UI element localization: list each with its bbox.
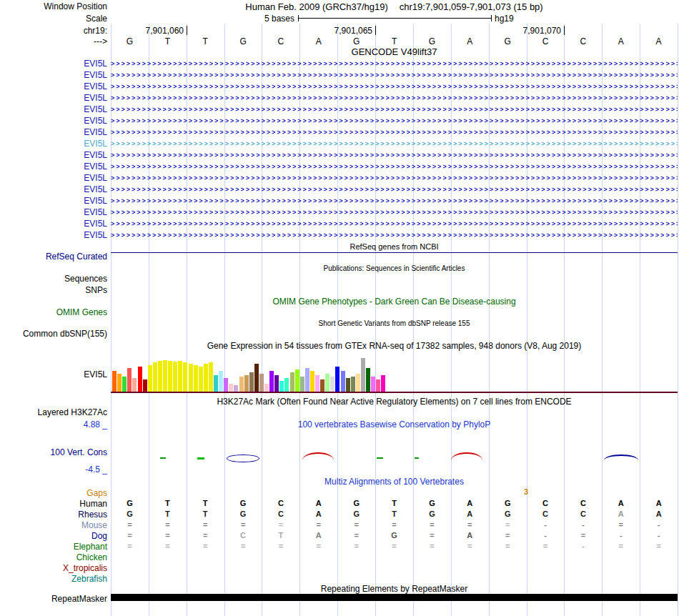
phylop-max-label: 4.88 _ xyxy=(0,419,107,429)
gencode-transcript-row[interactable]: >>>>>>>>>>>>>>>>>>>>>>>>>>>>>>>>>>>>>>>>… xyxy=(111,94,678,103)
alignment-cell: = xyxy=(337,531,375,540)
alignment-cell: C xyxy=(564,499,602,508)
gencode-gene-label[interactable]: EVI5L xyxy=(0,184,107,194)
gtex-tissue-bar xyxy=(320,379,324,392)
repeatmasker-label[interactable]: RepeatMasker xyxy=(0,594,107,604)
gencode-transcript-row[interactable]: >>>>>>>>>>>>>>>>>>>>>>>>>>>>>>>>>>>>>>>>… xyxy=(111,197,678,206)
publications-track-title[interactable]: Publications: Sequences in Scientific Ar… xyxy=(111,264,678,274)
gencode-transcript-row[interactable]: >>>>>>>>>>>>>>>>>>>>>>>>>>>>>>>>>>>>>>>>… xyxy=(111,59,678,69)
publications-sequences-label[interactable]: Sequences xyxy=(0,274,107,284)
window-position-bar: Human Feb. 2009 (GRCh37/hg19) chr19:7,90… xyxy=(111,1,678,12)
species-label-zebrafish[interactable]: Zebrafish xyxy=(0,574,107,584)
alignment-cell: C xyxy=(527,510,565,519)
species-label-human[interactable]: Human xyxy=(0,499,107,509)
gencode-gene-label[interactable]: EVI5L xyxy=(0,207,107,217)
gencode-gene-label[interactable]: EVI5L xyxy=(0,139,107,149)
snps-label[interactable]: SNPs xyxy=(0,285,107,295)
alignment-cell: G xyxy=(224,510,262,519)
gtex-tissue-bar xyxy=(168,361,172,392)
alignment-cell: T xyxy=(375,499,413,508)
gencode-gene-label[interactable]: EVI5L xyxy=(0,196,107,206)
gtex-tissue-bar xyxy=(178,361,182,392)
omim-genes-label[interactable]: OMIM Genes xyxy=(0,307,107,317)
gencode-transcript-row[interactable]: >>>>>>>>>>>>>>>>>>>>>>>>>>>>>>>>>>>>>>>>… xyxy=(111,71,678,80)
gencode-transcript-row[interactable]: >>>>>>>>>>>>>>>>>>>>>>>>>>>>>>>>>>>>>>>>… xyxy=(111,231,678,240)
gtex-tissue-bar xyxy=(224,378,228,392)
multiz-track-title[interactable]: Multiz Alignments of 100 Vertebrates xyxy=(111,477,678,487)
refseq-curated-label[interactable]: RefSeq Curated xyxy=(0,252,107,262)
gencode-gene-label[interactable]: EVI5L xyxy=(0,81,107,91)
gencode-gene-label[interactable]: EVI5L xyxy=(0,150,107,160)
species-label-rhesus[interactable]: Rhesus xyxy=(0,510,107,520)
alignment-cell: T xyxy=(149,510,187,519)
gtex-tissue-bar xyxy=(132,378,137,392)
alignment-cell: C xyxy=(262,499,299,508)
gencode-gene-label[interactable]: EVI5L xyxy=(0,219,107,229)
gencode-transcript-row[interactable]: >>>>>>>>>>>>>>>>>>>>>>>>>>>>>>>>>>>>>>>>… xyxy=(111,116,678,126)
gencode-gene-label[interactable]: EVI5L xyxy=(0,70,107,80)
refseq-track-title[interactable]: RefSeq genes from NCBI xyxy=(111,242,678,252)
dbsnp-label[interactable]: Common dbSNP(155) xyxy=(0,329,107,339)
gtex-tissue-bar xyxy=(239,377,244,392)
gencode-transcript-row[interactable]: >>>>>>>>>>>>>>>>>>>>>>>>>>>>>>>>>>>>>>>>… xyxy=(111,162,678,172)
alignment-cell: A xyxy=(299,499,337,508)
gencode-gene-label[interactable]: EVI5L xyxy=(0,230,107,240)
alignment-cell: - xyxy=(640,531,678,540)
gtex-tissue-bar xyxy=(183,362,187,392)
alignment-cell: T xyxy=(187,499,224,508)
gtex-tissue-bar xyxy=(173,362,177,392)
species-label-gaps[interactable]: Gaps xyxy=(0,488,107,498)
gtex-baseline xyxy=(111,392,678,393)
gencode-gene-label[interactable]: EVI5L xyxy=(0,116,107,126)
gencode-transcript-row[interactable]: >>>>>>>>>>>>>>>>>>>>>>>>>>>>>>>>>>>>>>>>… xyxy=(111,208,678,217)
gencode-gene-label[interactable]: EVI5L xyxy=(0,93,107,103)
gtex-tissue-bar xyxy=(371,377,375,392)
species-label-x_tropicalis[interactable]: X_tropicalis xyxy=(0,563,107,573)
guideline xyxy=(678,24,678,616)
phylop-track-title[interactable]: 100 vertebrates Basewise Conservation by… xyxy=(111,419,678,429)
gtex-expression-chart[interactable] xyxy=(112,358,392,392)
species-label-elephant[interactable]: Elephant xyxy=(0,542,107,552)
gtex-gene-label[interactable]: EVI5L xyxy=(0,369,107,379)
alignment-cell: = xyxy=(640,542,678,551)
reference-base: T xyxy=(149,36,187,46)
species-label-chicken[interactable]: Chicken xyxy=(0,552,107,562)
gencode-transcript-row[interactable]: >>>>>>>>>>>>>>>>>>>>>>>>>>>>>>>>>>>>>>>>… xyxy=(111,128,678,137)
conservation-mark xyxy=(415,457,419,459)
gtex-tissue-bar xyxy=(163,360,167,392)
gtex-tissue-bar xyxy=(249,372,254,392)
gtex-track-title[interactable]: Gene Expression in 54 tissues from GTEx … xyxy=(111,341,678,351)
gencode-transcript-row[interactable]: >>>>>>>>>>>>>>>>>>>>>>>>>>>>>>>>>>>>>>>>… xyxy=(111,82,678,91)
gencode-gene-label[interactable]: EVI5L xyxy=(0,59,107,69)
alignment-cell: A xyxy=(451,499,489,508)
gencode-gene-label[interactable]: EVI5L xyxy=(0,173,107,183)
species-label-mouse[interactable]: Mouse xyxy=(0,520,107,530)
gtex-tissue-bar xyxy=(254,364,259,392)
gtex-tissue-bar xyxy=(300,377,304,392)
species-label-dog[interactable]: Dog xyxy=(0,531,107,541)
gencode-transcript-row[interactable]: >>>>>>>>>>>>>>>>>>>>>>>>>>>>>>>>>>>>>>>>… xyxy=(111,151,678,160)
h3k27ac-label[interactable]: Layered H3K27Ac xyxy=(0,407,107,417)
gencode-gene-label[interactable]: EVI5L xyxy=(0,127,107,137)
omim-track-title[interactable]: OMIM Gene Phenotypes - Dark Green Can Be… xyxy=(111,297,678,307)
phylop-track-label[interactable]: 100 Vert. Cons xyxy=(0,447,107,457)
gencode-gene-label[interactable]: EVI5L xyxy=(0,104,107,114)
h3k27ac-track-title[interactable]: H3K27Ac Mark (Often Found Near Active Re… xyxy=(111,397,678,407)
refseq-curated-item[interactable] xyxy=(111,252,678,253)
repeatmasker-track-title[interactable]: Repeating Elements by RepeatMasker xyxy=(111,584,678,594)
gencode-transcript-row[interactable]: >>>>>>>>>>>>>>>>>>>>>>>>>>>>>>>>>>>>>>>>… xyxy=(111,139,678,149)
gencode-transcript-row[interactable]: >>>>>>>>>>>>>>>>>>>>>>>>>>>>>>>>>>>>>>>>… xyxy=(111,219,678,229)
gtex-tissue-bar xyxy=(356,374,360,392)
gencode-gene-label[interactable]: EVI5L xyxy=(0,162,107,172)
repeatmasker-item[interactable] xyxy=(111,594,678,601)
scale-label: Scale xyxy=(0,14,107,24)
reference-base: G xyxy=(224,36,262,46)
dbsnp-track-title[interactable]: Short Genetic Variants from dbSNP releas… xyxy=(111,319,678,329)
genome-browser-view: Human Feb. 2009 (GRCh37/hg19) chr19:7,90… xyxy=(0,0,679,616)
gencode-transcript-row[interactable]: >>>>>>>>>>>>>>>>>>>>>>>>>>>>>>>>>>>>>>>>… xyxy=(111,185,678,194)
gencode-transcript-row[interactable]: >>>>>>>>>>>>>>>>>>>>>>>>>>>>>>>>>>>>>>>>… xyxy=(111,174,678,183)
gencode-transcript-row[interactable]: >>>>>>>>>>>>>>>>>>>>>>>>>>>>>>>>>>>>>>>>… xyxy=(111,105,678,114)
gencode-track-title[interactable]: GENCODE V49lift37 xyxy=(111,47,678,57)
alignment-cell: A xyxy=(451,531,489,540)
gtex-tissue-bar xyxy=(138,367,142,392)
